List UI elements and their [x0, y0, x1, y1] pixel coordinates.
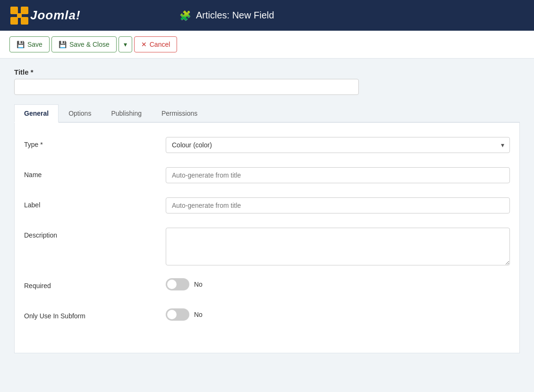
required-row: Required No	[24, 278, 510, 297]
subform-toggle[interactable]	[166, 308, 189, 321]
tab-general[interactable]: General	[14, 104, 59, 123]
save-close-label: Save & Close	[69, 41, 110, 48]
label-input[interactable]	[166, 197, 510, 213]
cancel-icon: ✕	[141, 41, 147, 48]
save-close-button[interactable]: 💾 Save & Close	[51, 36, 117, 52]
type-row: Type * Colour (color) Text Integer List …	[24, 137, 510, 156]
label-row: Label	[24, 197, 510, 216]
svg-rect-4	[17, 13, 22, 18]
subform-no-label: No	[194, 311, 203, 318]
subform-control: No	[166, 308, 510, 321]
joomla-icon	[9, 6, 29, 26]
tab-permissions[interactable]: Permissions	[152, 104, 207, 123]
name-row: Name	[24, 167, 510, 186]
toolbar: 💾 Save 💾 Save & Close ▾ ✕ Cancel	[0, 31, 534, 59]
subform-row: Only Use In Subform No	[24, 308, 510, 327]
subform-label: Only Use In Subform	[24, 308, 166, 320]
name-control	[166, 167, 510, 183]
label-label: Label	[24, 197, 166, 209]
description-label: Description	[24, 228, 166, 239]
subform-slider	[166, 308, 189, 321]
description-row: Description	[24, 228, 510, 267]
tab-publishing[interactable]: Publishing	[101, 104, 152, 123]
required-toggle[interactable]	[166, 278, 189, 290]
save-dropdown-button[interactable]: ▾	[119, 36, 132, 52]
required-label: Required	[24, 278, 166, 290]
type-control: Colour (color) Text Integer List Media C…	[166, 137, 510, 153]
svg-rect-3	[21, 17, 28, 25]
puzzle-icon: 🧩	[179, 10, 191, 21]
name-label: Name	[24, 167, 166, 179]
save-button[interactable]: 💾 Save	[9, 36, 50, 52]
tab-options[interactable]: Options	[59, 104, 101, 123]
title-label: Title *	[14, 68, 520, 76]
label-control	[166, 197, 510, 213]
page-title-area: 🧩 Articles: New Field	[179, 10, 274, 21]
chevron-down-icon: ▾	[124, 41, 127, 48]
header: Joomla! 🧩 Articles: New Field	[0, 0, 534, 31]
required-no-label: No	[194, 281, 203, 288]
svg-rect-2	[10, 17, 18, 25]
cancel-button[interactable]: ✕ Cancel	[134, 36, 178, 52]
logo-area: Joomla!	[9, 6, 179, 26]
type-select-wrapper: Colour (color) Text Integer List Media C…	[166, 137, 510, 153]
type-select[interactable]: Colour (color) Text Integer List Media C…	[166, 137, 510, 153]
tabs-nav: General Options Publishing Permissions	[14, 104, 520, 123]
description-textarea[interactable]	[166, 228, 510, 265]
save-label: Save	[27, 41, 42, 48]
save-icon: 💾	[17, 41, 25, 48]
type-label: Type *	[24, 137, 166, 148]
cancel-label: Cancel	[150, 41, 170, 48]
svg-rect-1	[21, 7, 28, 14]
svg-rect-0	[10, 7, 18, 14]
title-input[interactable]	[14, 79, 359, 95]
description-control	[166, 228, 510, 267]
subform-toggle-row: No	[166, 308, 510, 321]
page-title: Articles: New Field	[196, 10, 274, 21]
required-toggle-row: No	[166, 278, 510, 290]
title-field-group: Title *	[14, 68, 520, 95]
save-close-icon: 💾	[59, 41, 67, 48]
tab-content-general: Type * Colour (color) Text Integer List …	[14, 123, 520, 353]
logo-text: Joomla!	[30, 8, 81, 23]
main-content: Title * General Options Publishing Permi…	[0, 59, 534, 363]
required-slider	[166, 278, 189, 290]
joomla-logo: Joomla!	[9, 6, 81, 26]
required-control: No	[166, 278, 510, 290]
name-input[interactable]	[166, 167, 510, 183]
